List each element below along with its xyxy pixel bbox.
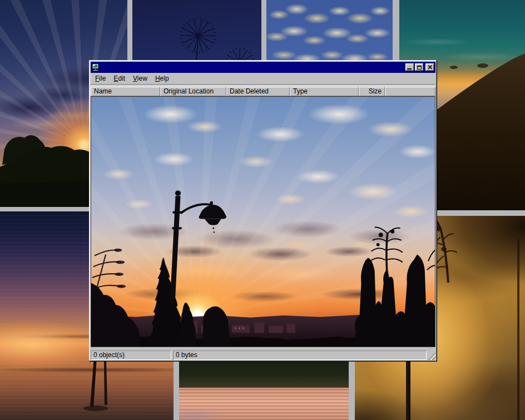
status-size: 0 bytes [173,350,427,360]
column-header-name[interactable]: Name [91,87,160,96]
post-silhouette-far [517,239,519,420]
ripple-water [179,388,349,420]
cypress-tree [148,258,184,347]
wallpaper-showthrough-photo [91,97,435,347]
desktop: { "window": { "title": "", "menu": [ {"l… [0,0,525,420]
resize-grip[interactable] [428,353,435,360]
column-header-size[interactable]: Size [359,87,385,96]
pointed-bush [177,303,196,347]
street-lamp [170,190,226,305]
column-header-original-location[interactable]: Original Location [160,87,226,96]
left-bush-mass [91,283,140,347]
sunset-silhouettes [91,97,435,347]
status-object-count: 0 object(s) [91,350,171,360]
column-header-row: Name Original Location Date Deleted Type… [91,87,435,96]
column-header-date-deleted[interactable]: Date Deleted [226,87,290,96]
computer-icon [92,63,100,71]
menu-divider [91,84,435,86]
status-bar: 0 object(s) 0 bytes [91,347,435,360]
right-tree-mass [355,255,435,347]
close-button[interactable] [425,63,434,71]
left-branch-needles [114,249,126,288]
menu-file[interactable]: File [91,73,110,84]
minimize-icon [407,68,412,70]
menu-view[interactable]: View [129,73,151,84]
window-titlebar[interactable] [91,62,435,73]
maximize-button[interactable] [415,63,424,71]
post-silhouette [406,362,410,420]
file-list-view[interactable] [91,96,435,347]
column-header-empty [385,87,435,96]
close-icon [428,65,433,70]
maximize-icon [417,66,422,70]
minimize-button[interactable] [405,63,414,71]
recycle-bin-window: File Edit View Help Name Original Locati… [89,60,437,362]
menu-bar: File Edit View Help [91,73,435,84]
bushes-right-of-sun [202,307,231,347]
column-header-type[interactable]: Type [290,87,359,96]
menu-edit[interactable]: Edit [110,73,129,84]
menu-help[interactable]: Help [151,73,173,84]
